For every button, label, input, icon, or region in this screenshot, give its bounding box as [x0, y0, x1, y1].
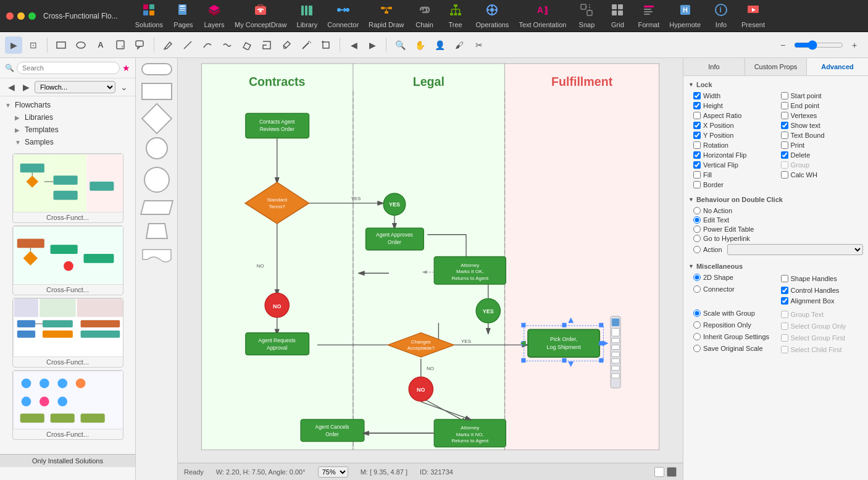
zoom-in-button[interactable]: +: [846, 36, 863, 54]
lock-border-checkbox[interactable]: [693, 181, 701, 188]
breadcrumb-menu-button[interactable]: ⌄: [118, 81, 130, 93]
lock-print-checkbox[interactable]: [781, 141, 788, 149]
lock-text-bound-checkbox[interactable]: [781, 132, 788, 139]
magic-wand-tool[interactable]: [298, 36, 315, 54]
back-button[interactable]: ◀: [345, 36, 362, 54]
arc-tool[interactable]: [199, 36, 216, 54]
nav-forward-button[interactable]: ▶: [20, 81, 32, 93]
zoom-slider[interactable]: [794, 40, 843, 50]
lock-y-position-checkbox[interactable]: [693, 132, 701, 139]
menu-library[interactable]: Library: [291, 0, 322, 32]
cut-polygon-tool[interactable]: [258, 36, 275, 54]
menu-tree[interactable]: Tree: [440, 0, 471, 32]
nav-back-button[interactable]: ◀: [5, 81, 17, 93]
lock-group-checkbox[interactable]: [781, 161, 788, 169]
lock-show-text-checkbox[interactable]: [781, 122, 788, 129]
shape-trapezoid[interactable]: [141, 222, 172, 240]
menu-snap[interactable]: Snap: [571, 0, 602, 32]
maximize-button[interactable]: [28, 12, 36, 20]
misc-select-group-only-checkbox[interactable]: [781, 322, 788, 330]
pan-tool[interactable]: ✋: [411, 36, 428, 54]
pen-tool[interactable]: [159, 36, 177, 54]
misc-select-child-first-checkbox[interactable]: [781, 346, 788, 353]
ellipse-tool[interactable]: [72, 36, 90, 54]
misc-shape-handles-checkbox[interactable]: [781, 275, 788, 282]
shape-rect[interactable]: [141, 83, 172, 100]
lock-rotation-checkbox[interactable]: [693, 141, 701, 149]
sample-thumb-1[interactable]: Cross-Funct...: [12, 153, 123, 223]
menu-text-orientation[interactable]: A Text Orientation: [514, 0, 571, 32]
menu-solutions[interactable]: Solutions: [130, 0, 168, 32]
menu-mycd[interactable]: My ConceptDraw: [230, 0, 291, 32]
behaviour-hyperlink-radio[interactable]: [693, 235, 701, 242]
tab-info[interactable]: Info: [683, 58, 745, 75]
shape-wave[interactable]: [141, 247, 172, 264]
sample-thumb-4[interactable]: Cross-Funct...: [12, 370, 123, 440]
select-tool[interactable]: ▶: [5, 36, 22, 54]
crop-tool[interactable]: [317, 36, 335, 54]
misc-scale-group-radio[interactable]: [693, 309, 701, 317]
misc-group-text-checkbox[interactable]: [781, 311, 788, 318]
text-tool[interactable]: A: [92, 36, 109, 54]
lock-x-position-checkbox[interactable]: [693, 122, 701, 129]
lock-calc-wh-checkbox[interactable]: [781, 171, 788, 179]
sample-thumb-3[interactable]: Cross-Funct...: [12, 298, 123, 368]
lock-height-checkbox[interactable]: [693, 102, 701, 109]
people-tool[interactable]: 👤: [431, 36, 448, 54]
misc-save-original-radio[interactable]: [693, 345, 701, 352]
rect-tool[interactable]: [52, 36, 70, 54]
erase-tool[interactable]: [238, 36, 256, 54]
menu-format[interactable]: Format: [633, 0, 664, 32]
misc-inherit-group-radio[interactable]: [693, 333, 701, 340]
shape-circle-large[interactable]: [144, 167, 170, 193]
section-lock-header[interactable]: ▼ Lock: [688, 81, 863, 88]
lock-delete-checkbox[interactable]: [781, 151, 788, 159]
lock-aspect-ratio-checkbox[interactable]: [693, 112, 701, 119]
search-input[interactable]: [17, 62, 120, 74]
menu-connector[interactable]: Connector: [322, 0, 364, 32]
section-behaviour-header[interactable]: ▼ Behaviour on Double Click: [688, 196, 863, 203]
section-misc-header[interactable]: ▼ Miscellaneous: [688, 263, 863, 270]
misc-reposition-radio[interactable]: [693, 321, 701, 329]
menu-chain[interactable]: Chain: [409, 0, 440, 32]
scissors-tool[interactable]: ✂: [470, 36, 488, 54]
lock-width-checkbox[interactable]: [693, 92, 701, 99]
lock-vertical-flip-checkbox[interactable]: [693, 161, 701, 169]
zoom-page-button[interactable]: [667, 467, 677, 477]
shape-circle-small[interactable]: [146, 137, 168, 159]
tree-item-flowcharts[interactable]: ▼ Flowcharts: [0, 99, 135, 111]
menu-layers[interactable]: Layers: [199, 0, 230, 32]
shape-parallelogram[interactable]: [142, 200, 172, 215]
menu-pages[interactable]: Pages: [168, 0, 199, 32]
behaviour-action-select[interactable]: [727, 244, 863, 255]
behaviour-no-action-radio[interactable]: [693, 207, 701, 214]
tree-item-libraries[interactable]: ▶ Libraries: [0, 111, 135, 124]
canvas-area[interactable]: Contracts Legal Fulfillment: [178, 58, 683, 480]
zoom-select[interactable]: 75%: [318, 466, 348, 478]
sticky-tool[interactable]: [112, 36, 129, 54]
search-tool[interactable]: 🔍: [391, 36, 409, 54]
shape-diamond[interactable]: [146, 107, 168, 130]
misc-alignment-box-checkbox[interactable]: [781, 297, 788, 305]
lock-start-point-checkbox[interactable]: [781, 92, 788, 99]
minimize-button[interactable]: [17, 12, 25, 20]
lock-vertexes-checkbox[interactable]: [781, 112, 788, 119]
lock-horizontal-flip-checkbox[interactable]: [693, 151, 701, 159]
misc-2d-shape-radio[interactable]: [693, 274, 701, 281]
only-installed-solutions[interactable]: Only Installed Solutions: [0, 454, 135, 467]
misc-control-handles-checkbox[interactable]: [781, 287, 788, 294]
misc-connector-radio[interactable]: [693, 285, 701, 293]
eyedropper-tool[interactable]: [278, 36, 295, 54]
tab-advanced[interactable]: Advanced: [807, 58, 868, 75]
menu-present[interactable]: Present: [737, 0, 770, 32]
sample-thumb-2[interactable]: Cross-Funct...: [12, 225, 123, 295]
menu-rapid-draw[interactable]: Rapid Draw: [364, 0, 409, 32]
breadcrumb-select[interactable]: Flowch...: [35, 81, 115, 93]
behaviour-power-edit-radio[interactable]: [693, 225, 701, 233]
forward-button[interactable]: ▶: [364, 36, 381, 54]
line-tool[interactable]: [179, 36, 196, 54]
behaviour-action-radio[interactable]: [693, 246, 701, 253]
lock-fill-checkbox[interactable]: [693, 171, 701, 179]
menu-hypernote[interactable]: H Hypernote: [664, 0, 706, 32]
menu-grid[interactable]: Grid: [602, 0, 633, 32]
